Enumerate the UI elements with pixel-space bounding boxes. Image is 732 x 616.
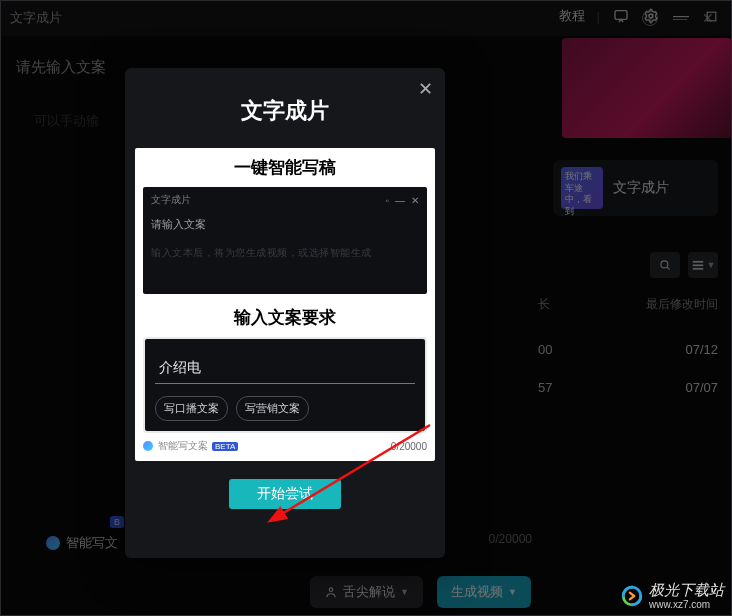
mock-close-icon: ✕	[411, 195, 419, 206]
mock-input-field[interactable]: 介绍电	[155, 353, 415, 384]
mock-prompt: 请输入文案	[151, 217, 419, 232]
watermark-logo-icon	[621, 585, 643, 607]
watermark-url: www.xz7.com	[649, 600, 724, 610]
mock-app-preview-1: 文字成片 ◦ — ✕ 请输入文案 输入文本后，将为您生成视频，或选择智能生成	[143, 187, 427, 294]
mock-char-counter: 0/20000	[391, 441, 427, 452]
modal-close-button[interactable]: ✕	[418, 78, 433, 100]
mock-min-icon: —	[395, 195, 405, 206]
section-heading-2: 输入文案要求	[143, 306, 427, 329]
watermark: 极光下载站 www.xz7.com	[621, 581, 724, 610]
modal-body: 一键智能写稿 文字成片 ◦ — ✕ 请输入文案 输入文本后，将为您生成视频，或选…	[135, 148, 435, 461]
ai-dot-icon	[143, 441, 153, 451]
section-heading-1: 一键智能写稿	[143, 156, 427, 179]
mock-hint: 输入文本后，将为您生成视频，或选择智能生成	[151, 246, 419, 260]
mock-footer-label: 智能写文案	[158, 439, 208, 453]
start-try-button[interactable]: 开始尝试	[229, 479, 341, 509]
onboarding-modal: ✕ 文字成片 一键智能写稿 文字成片 ◦ — ✕ 请输入文案 输入文本后，将为您…	[125, 68, 445, 558]
beta-badge: BETA	[212, 442, 238, 451]
modal-title: 文字成片	[135, 96, 435, 126]
chip-oral-copy[interactable]: 写口播文案	[155, 396, 228, 421]
watermark-name: 极光下载站	[649, 581, 724, 598]
chip-marketing-copy[interactable]: 写营销文案	[236, 396, 309, 421]
mock-footer: 智能写文案 BETA 0/20000	[143, 439, 427, 453]
mock-help-icon: ◦	[385, 195, 389, 206]
mock-title: 文字成片	[151, 193, 379, 207]
mock-app-preview-2: 介绍电 写口播文案 写营销文案	[143, 337, 427, 433]
